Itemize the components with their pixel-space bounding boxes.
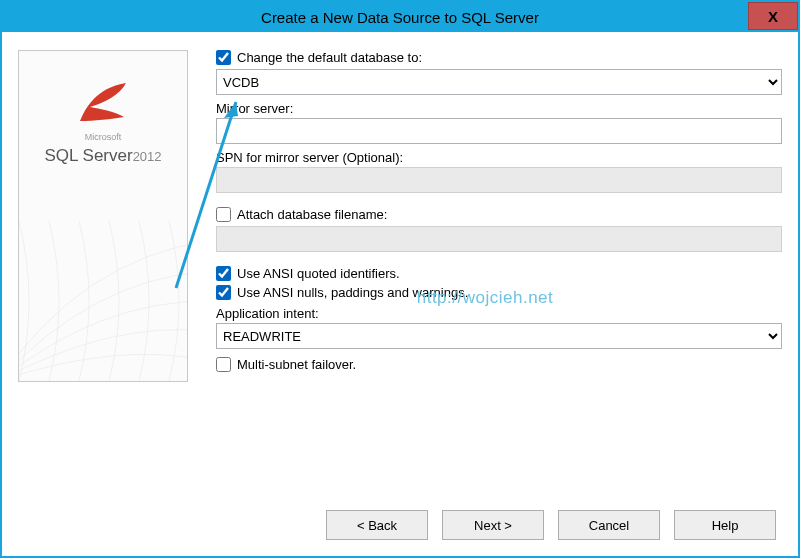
next-button[interactable]: Next > bbox=[442, 510, 544, 540]
logo-vendor: Microsoft bbox=[19, 132, 187, 142]
multi-subnet-row: Multi-subnet failover. bbox=[216, 357, 782, 372]
attach-row: Attach database filename: bbox=[216, 207, 782, 222]
ansi-nulls-row: Use ANSI nulls, paddings and warnings. bbox=[216, 285, 782, 300]
ansi-quoted-checkbox[interactable] bbox=[216, 266, 231, 281]
multi-subnet-checkbox[interactable] bbox=[216, 357, 231, 372]
spn-label: SPN for mirror server (Optional): bbox=[216, 150, 782, 165]
dialog-window: Create a New Data Source to SQL Server X… bbox=[0, 0, 800, 558]
close-icon: X bbox=[768, 8, 778, 25]
database-select[interactable]: VCDB bbox=[216, 69, 782, 95]
attach-input bbox=[216, 226, 782, 252]
app-intent-select[interactable]: READWRITE bbox=[216, 323, 782, 349]
cancel-button[interactable]: Cancel bbox=[558, 510, 660, 540]
ansi-nulls-checkbox[interactable] bbox=[216, 285, 231, 300]
titlebar: Create a New Data Source to SQL Server X bbox=[2, 2, 798, 32]
back-button[interactable]: < Back bbox=[326, 510, 428, 540]
help-button[interactable]: Help bbox=[674, 510, 776, 540]
app-intent-label: Application intent: bbox=[216, 306, 782, 321]
spn-input bbox=[216, 167, 782, 193]
attach-checkbox[interactable] bbox=[216, 207, 231, 222]
sql-flag-icon bbox=[74, 81, 132, 125]
change-db-checkbox[interactable] bbox=[216, 50, 231, 65]
close-button[interactable]: X bbox=[748, 2, 798, 30]
change-db-row: Change the default database to: bbox=[216, 50, 782, 65]
form-area: Change the default database to: VCDB Mir… bbox=[188, 50, 782, 472]
mesh-graphic bbox=[19, 221, 187, 381]
attach-label: Attach database filename: bbox=[237, 207, 387, 222]
sidebar-branding: Microsoft SQL Server2012 bbox=[18, 50, 188, 382]
ansi-quoted-row: Use ANSI quoted identifiers. bbox=[216, 266, 782, 281]
button-bar: < Back Next > Cancel Help bbox=[326, 510, 776, 540]
ansi-quoted-label: Use ANSI quoted identifiers. bbox=[237, 266, 400, 281]
sql-server-logo: Microsoft SQL Server2012 bbox=[19, 81, 187, 166]
ansi-nulls-label: Use ANSI nulls, paddings and warnings. bbox=[237, 285, 468, 300]
dialog-body: Microsoft SQL Server2012 Change the defa… bbox=[2, 32, 798, 472]
mirror-input[interactable] bbox=[216, 118, 782, 144]
change-db-label: Change the default database to: bbox=[237, 50, 422, 65]
mirror-label: Mirror server: bbox=[216, 101, 782, 116]
logo-product: SQL Server2012 bbox=[19, 146, 187, 166]
multi-subnet-label: Multi-subnet failover. bbox=[237, 357, 356, 372]
window-title: Create a New Data Source to SQL Server bbox=[261, 9, 539, 26]
